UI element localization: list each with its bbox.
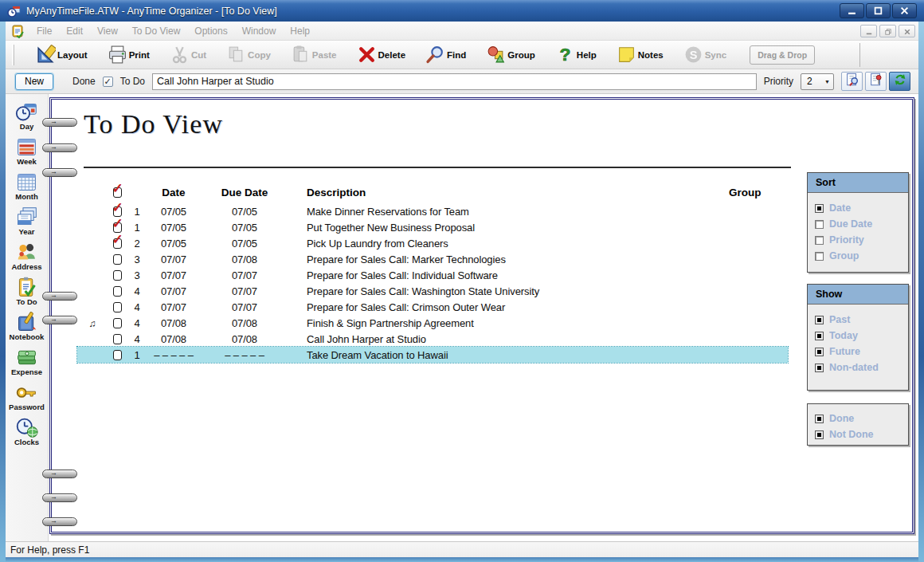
find-note-icon bbox=[845, 73, 859, 90]
todo-row[interactable]: ♫ 1 07/05 07/05 Put Together New Busines… bbox=[77, 219, 788, 235]
date-cell: – – – – – bbox=[147, 349, 200, 361]
show-option[interactable]: Non-dated bbox=[815, 360, 901, 375]
print-icon bbox=[108, 45, 127, 65]
done-checkbox[interactable] bbox=[113, 286, 122, 297]
sidebar-item[interactable]: Clocks bbox=[6, 416, 48, 451]
done-filter-checkbox[interactable] bbox=[815, 415, 824, 423]
menu-item[interactable]: Edit bbox=[59, 26, 90, 37]
todo-row[interactable]: ♫ 3 07/07 07/08 Prepare for Sales Call: … bbox=[77, 251, 788, 267]
menu-item[interactable]: File bbox=[29, 26, 59, 37]
show-option[interactable]: Today bbox=[815, 328, 901, 344]
toolbar-button[interactable]: ? Help bbox=[555, 45, 597, 65]
done-checkbox[interactable] bbox=[113, 350, 122, 360]
todo-row[interactable]: ♫ 4 07/08 07/08 Finish & Sign Partnershi… bbox=[77, 315, 788, 331]
todo-table: Date Due Date Description Group ♫ 1 07/0… bbox=[77, 181, 788, 363]
done-checkbox[interactable] bbox=[113, 302, 122, 312]
toolbar-button[interactable]: S Sync bbox=[683, 45, 727, 65]
show-panel-header: Show bbox=[808, 285, 908, 305]
toolbar-button[interactable]: Notes bbox=[617, 45, 664, 65]
todo-row[interactable]: ♫ 3 07/07 07/07 Prepare for Sales Call: … bbox=[77, 267, 788, 283]
date-cell: 07/08 bbox=[147, 317, 200, 329]
sidebar-item[interactable]: Expense bbox=[6, 346, 48, 381]
date-cell: 07/07 bbox=[147, 253, 200, 265]
toolbar-button[interactable]: Delete bbox=[357, 45, 406, 65]
close-icon bbox=[904, 24, 910, 38]
done-checkbox[interactable] bbox=[113, 334, 122, 344]
priority-cell: 1 bbox=[127, 349, 147, 361]
menu-item[interactable]: Window bbox=[235, 26, 284, 37]
due-date-cell: 07/05 bbox=[200, 238, 289, 250]
mdi-window-controls bbox=[860, 25, 915, 37]
title-bar: MyAnyTimeFile.ATW - AnyTime Organizer - … bbox=[0, 0, 924, 22]
todo-row[interactable]: ♫ 1 07/05 07/05 Make Dinner Reservations… bbox=[77, 203, 788, 219]
priority-cell: 4 bbox=[127, 333, 147, 345]
sidebar-item[interactable]: Year bbox=[6, 206, 48, 241]
done-checkbox[interactable] bbox=[113, 318, 122, 328]
done-checkbox[interactable] bbox=[113, 254, 122, 265]
sort-option[interactable]: Group bbox=[815, 248, 901, 264]
menu-item[interactable]: Options bbox=[187, 26, 234, 37]
sidebar-item[interactable]: Day bbox=[6, 100, 48, 136]
toolbar-grip[interactable] bbox=[12, 45, 14, 65]
menu-item[interactable]: View bbox=[90, 26, 125, 37]
minimize-icon bbox=[848, 4, 856, 18]
sort-checkbox[interactable] bbox=[815, 236, 824, 245]
toolbar-button[interactable]: Layout bbox=[36, 45, 88, 65]
quick-entry-bar: New Done ✓ To Do Priority 2 ▼ bbox=[6, 69, 918, 94]
show-checkbox[interactable] bbox=[815, 332, 824, 340]
sidebar-item[interactable]: Month bbox=[6, 171, 48, 206]
toolbar-button[interactable]: Find bbox=[425, 45, 466, 65]
show-panel: Show Past Today Future Non-dated bbox=[807, 284, 909, 391]
toolbar-button[interactable]: Print bbox=[108, 45, 150, 65]
sort-option[interactable]: Date bbox=[815, 200, 901, 216]
header-due-date: Due Date bbox=[200, 187, 289, 198]
todo-entry-input[interactable] bbox=[152, 73, 757, 90]
toolbar-button[interactable]: Paste bbox=[291, 45, 337, 65]
show-option[interactable]: Past bbox=[815, 312, 901, 328]
todo-row[interactable]: ♫ 4 07/08 07/08 Call John Harper at Stud… bbox=[77, 331, 788, 347]
show-checkbox[interactable] bbox=[815, 316, 824, 324]
due-date-cell: 07/08 bbox=[200, 333, 289, 345]
done-filter-option[interactable]: Not Done bbox=[815, 426, 901, 442]
binder-ring bbox=[42, 517, 77, 526]
binder-ring bbox=[42, 118, 77, 127]
todo-row[interactable]: ♫ 4 07/07 07/07 Prepare for Sales Call: … bbox=[77, 283, 788, 299]
toolbar-button[interactable]: Group bbox=[486, 45, 535, 65]
sort-option[interactable]: Priority bbox=[815, 232, 901, 248]
sidebar-item[interactable]: Password bbox=[6, 381, 48, 416]
done-filter-option[interactable]: Done bbox=[815, 411, 901, 426]
todo-row[interactable]: ♫ 2 07/05 07/05 Pick Up Laundry from Cle… bbox=[77, 235, 788, 251]
sidebar-item[interactable]: To Do bbox=[6, 276, 48, 311]
priority-cell: 4 bbox=[127, 317, 147, 329]
toolbar-button[interactable]: Copy bbox=[226, 45, 271, 65]
new-button[interactable]: New bbox=[15, 73, 53, 90]
sidebar-item[interactable]: Week bbox=[6, 136, 48, 171]
done-checkbox[interactable] bbox=[113, 238, 122, 249]
priority-dropdown[interactable]: 2 ▼ bbox=[801, 73, 834, 90]
alarm-icon: ♫ bbox=[89, 318, 96, 329]
todo-row[interactable]: ♫ 1 – – – – – – – – – – Take Dream Vacat… bbox=[77, 347, 788, 363]
todo-row[interactable]: ♫ 4 07/07 07/07 Prepare for Sales Call: … bbox=[77, 299, 788, 315]
sidebar-item[interactable]: Address bbox=[6, 241, 48, 276]
menu-item[interactable]: To Do View bbox=[125, 26, 187, 37]
sort-option[interactable]: Due Date bbox=[815, 216, 901, 232]
sidebar-item[interactable]: Notebook bbox=[6, 311, 48, 346]
window-title: MyAnyTimeFile.ATW - AnyTime Organizer - … bbox=[26, 6, 277, 17]
done-column-icon bbox=[113, 187, 122, 198]
sort-checkbox[interactable] bbox=[815, 220, 824, 229]
menu-item[interactable]: Help bbox=[283, 26, 317, 37]
show-option[interactable]: Future bbox=[815, 344, 901, 360]
done-filter-checkbox[interactable] bbox=[815, 430, 824, 439]
description-cell: Pick Up Laundry from Cleaners bbox=[289, 238, 716, 250]
show-checkbox[interactable] bbox=[815, 364, 824, 372]
date-cell: 07/05 bbox=[147, 206, 200, 218]
sort-panel-header: Sort bbox=[808, 173, 908, 193]
sort-checkbox[interactable] bbox=[815, 252, 824, 261]
drag-drop-button[interactable]: Drag & Drop bbox=[750, 45, 815, 65]
window-border-bottom bbox=[0, 557, 924, 562]
todo-checkbox[interactable]: ✓ bbox=[103, 77, 113, 87]
show-checkbox[interactable] bbox=[815, 348, 824, 356]
done-checkbox[interactable] bbox=[113, 270, 122, 281]
toolbar-button[interactable]: Cut bbox=[170, 45, 206, 65]
sort-checkbox[interactable] bbox=[815, 204, 824, 213]
